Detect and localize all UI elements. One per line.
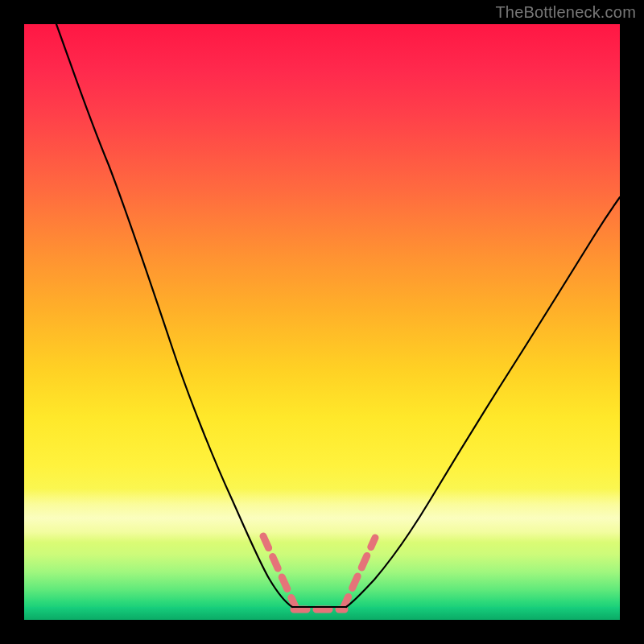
left-arm [56, 24, 292, 607]
chart-frame: TheBottleneck.com [0, 0, 644, 644]
right-arm [346, 197, 620, 607]
watermark-text: TheBottleneck.com [495, 3, 636, 22]
highlight-group [263, 536, 375, 609]
v-curve [56, 24, 620, 607]
plot-area [24, 24, 620, 620]
curve-overlay [24, 24, 620, 620]
highlight-right [343, 538, 375, 609]
highlight-left [263, 536, 296, 609]
